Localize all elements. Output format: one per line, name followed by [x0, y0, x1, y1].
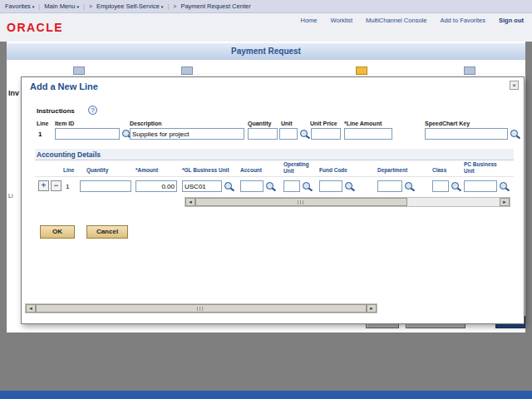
item-id-field[interactable]	[55, 128, 120, 140]
unit-field[interactable]	[279, 128, 298, 140]
chevron-down-icon: ▾	[32, 4, 35, 9]
fund-code-lookup-icon[interactable]	[344, 180, 355, 192]
col-department: Department	[377, 167, 407, 174]
progress-step	[464, 66, 475, 75]
row-line-value: 1	[66, 183, 69, 190]
line-label: Line	[37, 121, 48, 126]
separator: |	[38, 2, 40, 10]
worklist-link[interactable]: Worklist	[330, 17, 352, 24]
add-new-line-dialog: Add a New Line × Instructions ? Line Ite…	[21, 76, 525, 324]
bottom-bar	[0, 391, 532, 399]
row-department-field[interactable]	[377, 180, 402, 192]
breadcrumb-label: Favorites	[5, 2, 31, 10]
col-line: Line	[63, 167, 74, 174]
col-class: Class	[432, 167, 446, 174]
gl-business-unit-lookup-icon[interactable]	[224, 180, 234, 192]
progress-step	[73, 66, 85, 75]
col-quantity: Quantity	[86, 167, 108, 174]
quantity-field[interactable]	[248, 128, 278, 140]
pc-business-unit-lookup-icon[interactable]	[499, 180, 510, 192]
row-quantity-field[interactable]	[80, 180, 131, 192]
help-icon[interactable]: ?	[88, 106, 97, 115]
department-lookup-icon[interactable]	[404, 180, 415, 192]
separator: |	[167, 2, 169, 10]
sign-out-link[interactable]: Sign out	[499, 17, 524, 24]
separator: |	[83, 2, 85, 10]
multichannel-console-link[interactable]: MultiChannel Console	[366, 17, 426, 24]
cancel-button[interactable]: Cancel	[86, 225, 128, 239]
accounting-details-title: Accounting Details	[37, 150, 101, 159]
chevron-down-icon: ▾	[76, 4, 79, 9]
grid-header-divider	[35, 176, 514, 177]
breadcrumb: Favorites ▾ | Main Menu ▾ | > Employee S…	[0, 0, 532, 13]
accounting-details-section: Accounting Details	[35, 149, 514, 160]
breadcrumb-main-menu[interactable]: Main Menu ▾	[44, 2, 79, 10]
line-amount-field[interactable]	[344, 128, 392, 140]
item-id-label: Item ID	[55, 121, 74, 126]
header-links: Home Worklist MultiChannel Console Add t…	[300, 17, 524, 24]
progress-step	[181, 66, 193, 75]
description-field[interactable]	[130, 128, 244, 140]
breadcrumb-label: Employee Self-Service	[96, 2, 160, 10]
oracle-logo: ORACLE	[7, 21, 63, 34]
row-amount-field[interactable]	[135, 180, 177, 192]
operating-unit-lookup-icon[interactable]	[302, 180, 313, 192]
ok-button[interactable]: OK	[40, 225, 75, 239]
col-pc-business-unit: PC Business Unit	[464, 161, 500, 174]
speedchart-lookup-icon[interactable]	[510, 128, 520, 140]
unit-price-label: Unit Price	[310, 121, 337, 126]
breadcrumb-label: Payment Request Center	[180, 2, 250, 10]
dialog-title: Add a New Line	[30, 81, 98, 91]
quantity-label: Quantity	[248, 121, 271, 126]
unit-price-field[interactable]	[311, 128, 341, 140]
row-operating-unit-field[interactable]	[283, 180, 300, 192]
home-link[interactable]: Home	[300, 17, 317, 24]
invoice-section-label-partial: Inv	[8, 89, 19, 97]
unit-lookup-icon[interactable]	[299, 128, 310, 140]
close-icon[interactable]: ×	[510, 81, 519, 90]
speedchart-key-label: SpeedChart Key	[425, 121, 470, 126]
page-title: Payment Request	[7, 43, 525, 60]
add-row-button[interactable]: +	[38, 180, 49, 191]
breadcrumb-employee-self-service[interactable]: Employee Self-Service ▾	[96, 2, 163, 10]
line-amount-label: *Line Amount	[344, 121, 382, 126]
add-to-favorites-link[interactable]: Add to Favorites	[440, 17, 485, 24]
scroll-left-icon[interactable]: ◄	[185, 198, 195, 206]
remove-row-button[interactable]: −	[51, 180, 62, 191]
row-pc-business-unit-field[interactable]	[464, 180, 497, 192]
scrollbar-thumb[interactable]	[36, 304, 367, 313]
description-label: Description	[130, 121, 162, 126]
class-lookup-icon[interactable]	[451, 180, 461, 192]
scroll-left-icon[interactable]: ◄	[26, 304, 36, 313]
progress-step-active	[356, 66, 367, 75]
header-bar: ORACLE Home Worklist MultiChannel Consol…	[0, 13, 532, 42]
breadcrumb-payment-request-center[interactable]: Payment Request Center	[180, 2, 250, 10]
instructions-label: Instructions	[37, 107, 75, 115]
dialog-horizontal-scrollbar[interactable]: ◄ ►	[25, 303, 377, 313]
grid-horizontal-scrollbar[interactable]: ◄ ►	[185, 197, 510, 207]
row-class-field[interactable]	[432, 180, 449, 192]
row-fund-code-field[interactable]	[319, 180, 342, 192]
scrollbar-thumb[interactable]	[195, 198, 407, 206]
line-label-partial: Li	[8, 193, 12, 199]
breadcrumb-arrow-icon: >	[173, 3, 176, 9]
breadcrumb-favorites[interactable]: Favorites ▾	[5, 2, 34, 10]
line-number-value: 1	[38, 131, 42, 138]
scroll-right-icon[interactable]: ►	[500, 198, 510, 206]
col-amount: *Amount	[135, 167, 158, 174]
col-operating-unit: Operating Unit	[283, 161, 312, 174]
col-gl-business-unit: *GL Business Unit	[182, 167, 229, 174]
col-account: Account	[240, 167, 262, 174]
speedchart-key-field[interactable]	[425, 128, 508, 140]
screen: Favorites ▾ | Main Menu ▾ | > Employee S…	[0, 0, 532, 399]
account-lookup-icon[interactable]	[265, 180, 276, 192]
breadcrumb-arrow-icon: >	[89, 3, 92, 9]
col-fund-code: Fund Code	[319, 167, 347, 174]
row-account-field[interactable]	[240, 180, 264, 192]
row-gl-business-unit-field[interactable]	[182, 180, 222, 192]
chevron-down-icon: ▾	[161, 4, 164, 9]
scroll-right-icon[interactable]: ►	[367, 304, 377, 313]
breadcrumb-label: Main Menu	[44, 2, 75, 10]
unit-label: Unit	[281, 121, 293, 126]
